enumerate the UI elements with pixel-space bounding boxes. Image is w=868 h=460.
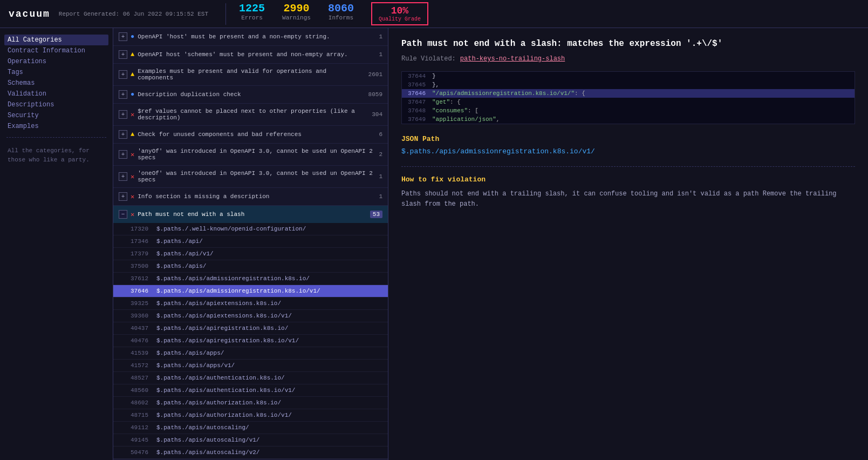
violation-item[interactable]: 39325 $.paths./apis/apiextensions.k8s.io…: [113, 297, 388, 310]
json-path-title: JSON Path: [401, 135, 855, 143]
rule-header-unused[interactable]: + ▲ Check for unused components and bad …: [113, 126, 388, 143]
rule-item-host[interactable]: + ● OpenAPI 'host' must be present and a…: [113, 28, 388, 46]
violation-item[interactable]: 48560 $.paths./apis/authentication.k8s.i…: [113, 384, 388, 397]
rule-text-slash: Path must not end with a slash: [138, 211, 365, 218]
violation-line: 37646: [131, 288, 152, 294]
violation-item[interactable]: 40437 $.paths./apis/apiregistration.k8s.…: [113, 322, 388, 335]
violation-item[interactable]: 49145 $.paths./apis/autoscaling/v1/: [113, 434, 388, 447]
rule-item-slash[interactable]: − ✕ Path must not end with a slash 53 17…: [113, 206, 388, 459]
violation-line: 50476: [131, 449, 152, 456]
violation-path: $.paths./apis/autoscaling/v2/: [156, 449, 259, 456]
rule-count-desc-dup: 8059: [368, 91, 382, 98]
violation-line: 39360: [131, 313, 152, 319]
rule-violated-link[interactable]: path-keys-no-trailing-slash: [460, 55, 565, 63]
rule-item-schemes[interactable]: + ▲ OpenAPI host 'schemes' must be prese…: [113, 46, 388, 64]
stat-warnings: 2990 Warnings: [282, 2, 311, 25]
fix-description: Paths should not end with a trailing sla…: [401, 189, 855, 209]
violation-line: 17320: [131, 226, 152, 232]
toggle-host[interactable]: +: [119, 32, 127, 41]
icon-error-info-desc: ✕: [131, 193, 134, 201]
sidebar-item-schemas[interactable]: Schemas: [4, 78, 108, 89]
rule-item-oneof[interactable]: + ✕ 'oneOf' was introduced in OpenAPI 3.…: [113, 166, 388, 188]
toggle-examples[interactable]: +: [119, 70, 127, 79]
icon-warning-examples: ▲: [131, 71, 134, 78]
violation-item[interactable]: 41572 $.paths./apis/apps/v1/: [113, 360, 388, 372]
rule-count-examples: 2601: [368, 71, 382, 78]
code-content: }: [432, 73, 436, 79]
stat-errors: 1225 Errors: [239, 2, 265, 25]
violation-item-selected[interactable]: 37646 $.paths./apis/admissionregistratio…: [113, 285, 388, 297]
violation-item[interactable]: 17320 $.paths./.well-known/openid-config…: [113, 223, 388, 235]
rule-header-host[interactable]: + ● OpenAPI 'host' must be present and a…: [113, 28, 388, 45]
rule-count-info-desc: 1: [379, 193, 382, 200]
toggle-anyof[interactable]: +: [119, 150, 127, 159]
violation-item[interactable]: 48715 $.paths./apis/authorization.k8s.io…: [113, 409, 388, 422]
right-panel: Path must not end with a slash: matches …: [388, 28, 868, 460]
sidebar-item-security[interactable]: Security: [4, 110, 108, 121]
violation-item[interactable]: 48602 $.paths./apis/authorization.k8s.io…: [113, 397, 388, 409]
rule-header-desc-dup[interactable]: + ● Description duplication check 8059: [113, 86, 388, 103]
violation-item[interactable]: 39360 $.paths./apis/apiextensions.k8s.io…: [113, 310, 388, 322]
sidebar-item-contract-information[interactable]: Contract Information: [4, 45, 108, 56]
violation-line: 39325: [131, 300, 152, 307]
json-path-value: $.paths./apis/admissionregistration.k8s.…: [401, 147, 855, 155]
sidebar-item-examples[interactable]: Examples: [4, 121, 108, 132]
violation-item[interactable]: 37612 $.paths./apis/admissionregistratio…: [113, 273, 388, 285]
sidebar-item-descriptions[interactable]: Descriptions: [4, 99, 108, 110]
violation-path: $.paths./apis/authorization.k8s.io/: [156, 400, 281, 406]
violation-item[interactable]: 40476 $.paths./apis/apiregistration.k8s.…: [113, 335, 388, 347]
toggle-ref[interactable]: +: [119, 110, 127, 119]
code-line-37649: 37649 "application/json",: [402, 115, 855, 124]
toggle-desc-dup[interactable]: +: [119, 90, 127, 99]
rule-item-unused[interactable]: + ▲ Check for unused components and bad …: [113, 126, 388, 144]
rule-count-anyof: 2: [379, 151, 382, 158]
violation-item[interactable]: 50476 $.paths./apis/autoscaling/v2/: [113, 447, 388, 459]
violation-path: $.paths./apis/autoscaling/: [156, 424, 249, 431]
toggle-oneof[interactable]: +: [119, 172, 127, 181]
sidebar-item-tags[interactable]: Tags: [4, 67, 108, 78]
rule-count-oneof: 1: [379, 173, 382, 180]
rule-item-desc-dup[interactable]: + ● Description duplication check 8059: [113, 86, 388, 104]
violation-item[interactable]: 17346 $.paths./api/: [113, 235, 388, 248]
rule-text-anyof: 'anyOf' was introduced in OpenAPI 3.0, c…: [138, 148, 373, 161]
sidebar-item-all-categories[interactable]: All Categories: [4, 35, 108, 45]
rule-header-schemes[interactable]: + ▲ OpenAPI host 'schemes' must be prese…: [113, 46, 388, 63]
rule-item-info-desc[interactable]: + ✕ Info section is missing a descriptio…: [113, 188, 388, 206]
sidebar-item-operations[interactable]: Operations: [4, 56, 108, 67]
sidebar-item-validation[interactable]: Validation: [4, 89, 108, 99]
violation-line: 37500: [131, 263, 152, 269]
code-line-num: 37645: [406, 82, 426, 88]
rule-header-oneof[interactable]: + ✕ 'oneOf' was introduced in OpenAPI 3.…: [113, 166, 388, 187]
rule-header-anyof[interactable]: + ✕ 'anyOf' was introduced in OpenAPI 3.…: [113, 144, 388, 165]
rule-item-anyof[interactable]: + ✕ 'anyOf' was introduced in OpenAPI 3.…: [113, 144, 388, 166]
code-line-37648: 37648 "consumes": [: [402, 106, 855, 115]
toggle-schemes[interactable]: +: [119, 50, 127, 59]
rule-text-examples: Examples must be present and valid for o…: [138, 68, 363, 81]
violation-item[interactable]: 41539 $.paths./apis/apps/: [113, 347, 388, 360]
rule-text-host: OpenAPI 'host' must be present and a non…: [138, 33, 373, 40]
code-line-num: 37648: [406, 107, 426, 114]
rule-count-ref: 304: [372, 111, 382, 118]
toggle-slash[interactable]: −: [119, 210, 127, 219]
rule-header-examples[interactable]: + ▲ Examples must be present and valid f…: [113, 64, 388, 85]
violation-path: $.paths./apis/authorization.k8s.io/v1/: [156, 412, 292, 418]
rule-count-schemes: 1: [379, 51, 382, 58]
rule-item-examples[interactable]: + ▲ Examples must be present and valid f…: [113, 64, 388, 86]
toggle-info-desc[interactable]: +: [119, 192, 127, 201]
violation-path: $.paths./apis/admissionregistration.k8s.…: [156, 275, 310, 282]
rule-item-ref[interactable]: + ✕ $ref values cannot be placed next to…: [113, 104, 388, 126]
violation-item[interactable]: 49112 $.paths./apis/autoscaling/: [113, 422, 388, 434]
icon-warning-schemes: ▲: [131, 51, 134, 58]
rule-header-slash[interactable]: − ✕ Path must not end with a slash 53: [113, 206, 388, 223]
violation-item[interactable]: 17379 $.paths./api/v1/: [113, 248, 388, 260]
rule-text-oneof: 'oneOf' was introduced in OpenAPI 3.0, c…: [138, 170, 373, 183]
toggle-unused[interactable]: +: [119, 130, 127, 139]
rule-header-info-desc[interactable]: + ✕ Info section is missing a descriptio…: [113, 188, 388, 205]
rule-violations-slash: 17320 $.paths./.well-known/openid-config…: [113, 223, 388, 459]
rule-header-ref[interactable]: + ✕ $ref values cannot be placed next to…: [113, 104, 388, 125]
violation-item[interactable]: 48527 $.paths./apis/authentication.k8s.i…: [113, 372, 388, 384]
icon-error-ref: ✕: [131, 111, 134, 119]
violation-item[interactable]: 37500 $.paths./apis/: [113, 260, 388, 273]
violation-line: 17346: [131, 238, 152, 245]
icon-circle-desc-dup: ●: [131, 91, 134, 98]
